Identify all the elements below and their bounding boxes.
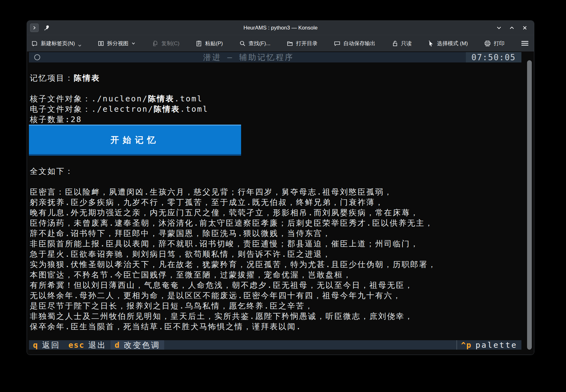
- folder-icon: [287, 40, 293, 47]
- search-icon: [239, 40, 246, 47]
- paste-button[interactable]: 粘贴(P): [196, 40, 223, 47]
- key-hint: q: [33, 341, 38, 350]
- electron-file-label: 电子文件对象：: [30, 105, 91, 114]
- nucleon-count-row: 核子数量:28: [29, 114, 521, 125]
- key-hint: esc: [68, 341, 84, 350]
- footer-binding-quit[interactable]: esc 退出: [64, 340, 111, 350]
- nucleon-file-name: 陈情表: [148, 94, 175, 103]
- body-text-line: 有所希冀！但以刘日薄西山，气息奄奄，人命危浅，朝不虑夕.臣无祖母，无以至今日，祖…: [29, 280, 521, 290]
- copy-button: 复制(C): [152, 40, 180, 47]
- tui-header: 潜进 – 辅助记忆程序 07:50:05: [29, 52, 521, 62]
- body-text-line: 急于星火.臣欲奉诏奔驰，则刘病日笃，欲苟顺私情，则告诉不许.臣之进退，: [29, 249, 521, 259]
- nucleon-file-row: 核子文件对象：./nucleon/陈情表.toml: [29, 94, 521, 104]
- find-button[interactable]: 查找(F)...: [239, 40, 271, 47]
- open-directory-button[interactable]: 打开目录: [287, 40, 317, 47]
- start-memorize-button[interactable]: 开始记忆: [29, 125, 241, 156]
- tui-header-title: 潜进 – 辅助记忆程序: [29, 52, 468, 62]
- electron-file-ext: .toml: [180, 105, 208, 114]
- body-text-line: 非独蜀之人士及二州牧伯所见明知，皇天后土，实所共鉴.愿陛下矜悯愚诚，听臣微志，庶…: [29, 311, 521, 321]
- chevron-down-icon: [78, 40, 82, 47]
- electron-file-name: 陈情表: [154, 105, 180, 114]
- nucleon-file-ext: .toml: [175, 94, 203, 103]
- body-text-line: 臣密言：臣以险衅，夙遭闵凶.生孩六月，慈父见背；行年四岁，舅夺母志.祖母刘愍臣孤…: [29, 187, 521, 197]
- output-bubble-icon: [334, 40, 341, 47]
- body-text-line: 非臣陨首所能上报.臣具以表闻，辞不就职.诏书切峻，责臣逋慢；郡县逼迫，催臣上道；…: [29, 239, 521, 249]
- unlock-icon: [392, 40, 398, 47]
- scrollbar-track[interactable]: [527, 60, 532, 350]
- footer-binding-return[interactable]: q 返回: [29, 340, 64, 350]
- split-view-label: 拆分视图: [107, 40, 128, 47]
- blank-row: [29, 156, 521, 166]
- footer-binding-theme[interactable]: d 改变色调: [111, 340, 164, 350]
- print-label: 打印: [494, 40, 504, 47]
- cursor-icon: [428, 40, 434, 47]
- memory-item-value: 陈情表: [74, 73, 100, 83]
- menu-button[interactable]: [521, 40, 529, 46]
- blank-row: [29, 176, 521, 187]
- window-title: HeurAMS : python3 — Konsole: [27, 25, 534, 31]
- copy-label: 复制(C): [161, 40, 180, 47]
- body-text-line: 本图宦达，不矜名节.今臣亡国贱俘，至微至陋，过蒙拔擢，宠命优渥，岂敢盘桓，: [29, 270, 521, 280]
- hamburger-icon: [521, 40, 529, 46]
- select-mode-button[interactable]: 选择模式 (M): [428, 40, 468, 47]
- read-only-label: 只读: [401, 40, 412, 47]
- blank-row: [29, 83, 521, 94]
- nucleon-path-prefix: ./nucleon/: [91, 94, 148, 103]
- terminal-area: 潜进 – 辅助记忆程序 07:50:05 记忆项目：陈情表 核子文件对象：./n…: [27, 51, 534, 355]
- electron-path-prefix: ./electron/: [91, 105, 154, 114]
- paste-label: 粘贴(P): [205, 40, 223, 47]
- tui-footer: q 返回 esc 退出 d 改变色调 ^p palette: [29, 340, 521, 350]
- nucleon-file-label: 核子文件对象：: [30, 94, 91, 103]
- body-text-line: 晚有儿息.外无期功强近之亲，内无应门五尺之僮，茕茕孑立，形影相吊.而刘夙婴疾病，…: [29, 207, 521, 218]
- body-text-line: 辞不赴命.诏书特下，拜臣郎中，寻蒙国恩，除臣洗马.猥以微贱，当侍东宫，: [29, 228, 521, 239]
- find-label: 查找(F)...: [249, 40, 271, 47]
- konsole-window: HeurAMS : python3 — Konsole 新建标签页(N): [27, 20, 534, 355]
- new-tab-button[interactable]: 新建标签页(N): [31, 40, 82, 47]
- print-button[interactable]: 打印: [484, 40, 504, 47]
- footer-binding-palette[interactable]: ^p palette: [457, 340, 521, 350]
- paste-icon: [196, 40, 202, 47]
- split-view-button[interactable]: 拆分视图: [98, 40, 136, 47]
- key-hint: ^p: [461, 341, 472, 350]
- titlebar: HeurAMS : python3 — Konsole: [27, 21, 534, 35]
- body-text-line: 臣侍汤药，未曾废离.逮奉圣朝，沐浴清化.前太守臣逵察臣孝廉；后刺史臣荣举臣秀才.…: [29, 218, 521, 228]
- body-text-line: 躬亲抚养.臣少多疾病，九岁不行，零丁孤苦，至于成立.既无伯叔，终鲜兄弟，门衰祚薄…: [29, 197, 521, 207]
- autosave-output-button[interactable]: 自动保存输出: [334, 40, 375, 47]
- select-mode-label: 选择模式 (M): [437, 40, 468, 47]
- blank-row: [29, 62, 521, 73]
- memory-item-row: 记忆项目：陈情表: [29, 73, 521, 83]
- key-hint: d: [115, 341, 120, 350]
- open-directory-label: 打开目录: [296, 40, 317, 47]
- minimize-button[interactable]: [496, 25, 502, 31]
- printer-icon: [484, 40, 491, 47]
- chevron-down-icon: [131, 41, 136, 46]
- close-button[interactable]: [522, 25, 528, 31]
- memory-item-label: 记忆项目：: [30, 73, 74, 83]
- new-tab-label: 新建标签页(N): [41, 40, 75, 47]
- electron-file-row: 电子文件对象：./electron/陈情表.toml: [29, 104, 521, 114]
- tui-clock: 07:50:05: [466, 52, 521, 62]
- fulltext-label-row: 全文如下：: [29, 166, 521, 176]
- body-text-line: 无以终余年.母孙二人，更相为命，是以区区不能废远.臣密今年四十有四，祖母今年九十…: [29, 290, 521, 301]
- toolbar: 新建标签页(N) 拆分视图 复制(C): [27, 35, 534, 51]
- read-only-button[interactable]: 只读: [392, 40, 412, 47]
- scrollbar-thumb[interactable]: [527, 60, 532, 350]
- body-text-line: 是臣尽节于陛下之日长，报养刘之日短.乌鸟私情，愿乞终养.臣之辛苦，: [29, 301, 521, 311]
- split-view-icon: [98, 40, 104, 47]
- maximize-button[interactable]: [509, 25, 515, 31]
- body-text-line: 保卒余年.臣生当陨首，死当结草.臣不胜犬马怖惧之情，谨拜表以闻.: [29, 321, 521, 332]
- new-tab-icon: [31, 40, 38, 47]
- body-text-line: 实为狼狈.伏惟圣朝以孝治天下，凡在故老，犹蒙矜育，况臣孤苦，特为尤甚.且臣少仕伪…: [29, 259, 521, 270]
- copy-icon: [152, 40, 159, 47]
- autosave-output-label: 自动保存输出: [343, 40, 375, 47]
